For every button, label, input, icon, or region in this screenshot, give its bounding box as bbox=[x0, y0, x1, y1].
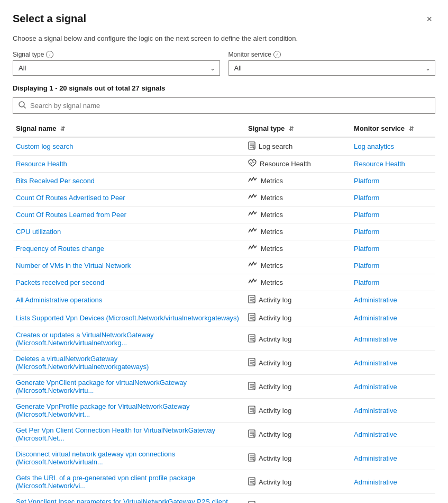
monitor-service-value: Administrative bbox=[354, 454, 397, 462]
monitor-service-cell: Administrative bbox=[351, 470, 435, 494]
signal-name-link[interactable]: Bits Received Per second bbox=[16, 177, 95, 185]
sort-monitor-service-icon[interactable]: ⇵ bbox=[409, 125, 414, 132]
signal-type-cell: Activity log bbox=[245, 291, 351, 309]
signal-type-cell: Metrics bbox=[245, 190, 351, 206]
signal-type-cell: Log search bbox=[245, 137, 351, 156]
monitor-service-value: Platform bbox=[354, 177, 379, 185]
select-signal-panel: Select a signal × Choose a signal below … bbox=[0, 0, 448, 503]
signal-name-link[interactable]: Set Vpnclient Ipsec parameters for Virtu… bbox=[16, 498, 230, 503]
signal-type-cell: Activity log bbox=[245, 351, 351, 375]
log-icon bbox=[248, 382, 255, 392]
signal-type-text: Activity log bbox=[259, 314, 291, 322]
monitor-service-cell: Administrative bbox=[351, 309, 435, 327]
table-row: Number of VMs in the Virtual Network Met… bbox=[13, 257, 435, 274]
signal-name-cell: Resource Health bbox=[13, 156, 245, 173]
signal-type-cell: Activity log bbox=[245, 399, 351, 423]
signal-type-dropdown[interactable]: All Metrics Log search Activity log Reso… bbox=[13, 60, 220, 76]
svg-rect-52 bbox=[249, 501, 255, 504]
signal-type-cell: Activity log bbox=[245, 446, 351, 470]
table-row: Deletes a virtualNetworkGateway (Microso… bbox=[13, 351, 435, 375]
signal-type-cell: Metrics bbox=[245, 240, 351, 257]
signal-name-link[interactable]: Disconnect virtual network gateway vpn c… bbox=[16, 450, 175, 466]
log-icon bbox=[248, 501, 255, 504]
signal-name-cell: Get Per Vpn Client Connection Health for… bbox=[13, 423, 245, 446]
signal-type-select[interactable]: All Metrics Log search Activity log Reso… bbox=[13, 61, 220, 75]
signal-name-link[interactable]: Frequency of Routes change bbox=[16, 245, 104, 253]
log-icon bbox=[248, 406, 255, 416]
signal-name-cell: Creates or updates a VirtualNetworkGatew… bbox=[13, 327, 245, 351]
signal-name-cell: Count Of Routes Advertised to Peer bbox=[13, 190, 245, 206]
close-button[interactable]: × bbox=[423, 13, 435, 26]
monitor-service-cell: Platform bbox=[351, 257, 435, 274]
signal-name-cell: Disconnect virtual network gateway vpn c… bbox=[13, 446, 245, 470]
log-icon bbox=[248, 358, 255, 368]
table-row: Frequency of Routes change MetricsPlatfo… bbox=[13, 240, 435, 257]
monitor-service-cell: Administrative bbox=[351, 446, 435, 470]
monitor-service-cell: Administrative bbox=[351, 375, 435, 399]
monitor-service-value: Administrative bbox=[354, 359, 397, 367]
signal-name-cell: Gets the URL of a pre-generated vpn clie… bbox=[13, 470, 245, 494]
signal-type-text: Log search bbox=[259, 142, 292, 150]
signal-name-cell: Lists Supported Vpn Devices (Microsoft.N… bbox=[13, 309, 245, 327]
signal-name-link[interactable]: Generate VpnClient package for virtualNe… bbox=[16, 379, 187, 394]
signal-name-link[interactable]: Get Per Vpn Client Connection Health for… bbox=[16, 426, 215, 442]
signal-name-link[interactable]: Count Of Routes Advertised to Peer bbox=[16, 194, 125, 202]
signal-type-label: Signal type i bbox=[13, 51, 220, 58]
monitor-service-value: Platform bbox=[354, 245, 379, 253]
sort-signal-name-icon[interactable]: ⇵ bbox=[60, 125, 65, 132]
monitor-service-value: Resource Health bbox=[354, 160, 405, 168]
signal-type-text: Metrics bbox=[261, 262, 283, 270]
monitor-service-cell: Platform bbox=[351, 190, 435, 206]
table-row: Generate VpnProfile package for VirtualN… bbox=[13, 399, 435, 423]
header-monitor-service: Monitor service ⇵ bbox=[351, 120, 435, 137]
monitor-service-cell: Administrative bbox=[351, 351, 435, 375]
monitor-service-info-icon: i bbox=[273, 51, 281, 58]
monitor-service-dropdown[interactable]: All Platform Log analytics Administrativ… bbox=[228, 60, 436, 76]
panel-title: Select a signal bbox=[13, 13, 86, 25]
signal-name-cell: Set Vpnclient Ipsec parameters for Virtu… bbox=[13, 494, 245, 504]
signal-name-link[interactable]: Deletes a virtualNetworkGateway (Microso… bbox=[16, 355, 149, 371]
signal-type-text: Resource Health bbox=[260, 160, 311, 168]
table-body: Custom log search Log searchLog analytic… bbox=[13, 137, 435, 503]
signal-type-text: Metrics bbox=[261, 279, 283, 286]
monitor-service-value: Administrative bbox=[354, 430, 397, 438]
signal-name-link[interactable]: Generate VpnProfile package for VirtualN… bbox=[16, 402, 190, 418]
signal-type-text: Metrics bbox=[261, 177, 283, 185]
signal-name-link[interactable]: All Administrative operations bbox=[16, 296, 102, 304]
panel-header: Select a signal × bbox=[13, 13, 435, 26]
monitor-service-cell: Resource Health bbox=[351, 156, 435, 173]
signal-name-cell: Deletes a virtualNetworkGateway (Microso… bbox=[13, 351, 245, 375]
signal-type-cell: Metrics bbox=[245, 223, 351, 240]
monitor-service-cell: Platform bbox=[351, 223, 435, 240]
log-icon bbox=[248, 477, 255, 487]
table-row: Generate VpnClient package for virtualNe… bbox=[13, 375, 435, 399]
monitor-service-cell: Administrative bbox=[351, 423, 435, 446]
signals-table: Signal name ⇵ Signal type ⇵ Monitor serv… bbox=[13, 120, 435, 503]
log-icon bbox=[248, 429, 255, 439]
signal-name-link[interactable]: Gets the URL of a pre-generated vpn clie… bbox=[16, 474, 195, 490]
signal-type-cell: Metrics bbox=[245, 173, 351, 190]
signal-name-link[interactable]: Creates or updates a VirtualNetworkGatew… bbox=[16, 331, 154, 347]
monitor-service-cell: Platform bbox=[351, 206, 435, 223]
signal-name-link[interactable]: Resource Health bbox=[16, 160, 67, 168]
metrics-icon bbox=[248, 244, 258, 253]
log-icon bbox=[248, 334, 255, 344]
signal-type-cell: Resource Health bbox=[245, 156, 351, 173]
monitor-service-cell: Log analytics bbox=[351, 137, 435, 156]
signal-name-link[interactable]: CPU utilization bbox=[16, 228, 61, 236]
monitor-service-cell: Administrative bbox=[351, 327, 435, 351]
search-input[interactable] bbox=[30, 102, 429, 110]
monitor-service-value: Administrative bbox=[354, 407, 397, 415]
filters-row: Signal type i All Metrics Log search Act… bbox=[13, 51, 435, 76]
signal-name-link[interactable]: Number of VMs in the Virtual Network bbox=[16, 262, 131, 270]
signal-name-link[interactable]: Lists Supported Vpn Devices (Microsoft.N… bbox=[16, 314, 239, 322]
monitor-service-value: Platform bbox=[354, 228, 379, 236]
signal-name-link[interactable]: Count Of Routes Learned from Peer bbox=[16, 211, 126, 219]
signal-name-cell: Packets received per second bbox=[13, 274, 245, 291]
signal-name-link[interactable]: Packets received per second bbox=[16, 279, 104, 286]
monitor-service-select[interactable]: All Platform Log analytics Administrativ… bbox=[229, 61, 435, 75]
sort-signal-type-icon[interactable]: ⇵ bbox=[289, 125, 294, 132]
log-icon bbox=[248, 141, 255, 151]
signal-name-link[interactable]: Custom log search bbox=[16, 142, 73, 150]
signal-type-text: Metrics bbox=[261, 194, 283, 202]
